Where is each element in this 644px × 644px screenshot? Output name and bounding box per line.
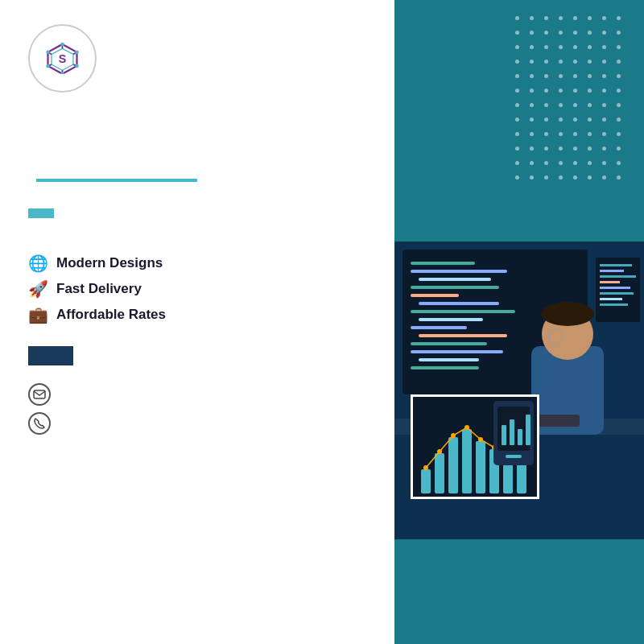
svg-rect-24 (600, 303, 628, 306)
svg-rect-12 (411, 342, 487, 345)
feature-label-1: Modern Designs (56, 255, 163, 271)
svg-rect-20 (600, 281, 620, 283)
logo-icon: S (44, 42, 80, 74)
phone-contact (28, 412, 366, 435)
svg-rect-72 (34, 390, 45, 398)
feature-label-2: Fast Delivery (56, 281, 142, 297)
feature-label-3: Affordable Rates (56, 307, 166, 323)
page-wrapper: // Generate dots const grid = document.q… (0, 0, 644, 644)
svg-text:S: S (59, 52, 67, 65)
service-badge (28, 208, 54, 218)
feature-fast-delivery: 🚀 Fast Delivery (28, 279, 366, 299)
briefcase-icon: 💼 (28, 305, 48, 324)
svg-rect-13 (411, 350, 503, 353)
svg-rect-4 (419, 278, 491, 281)
rocket-icon: 🚀 (28, 279, 48, 299)
svg-rect-52 (506, 455, 522, 458)
feature-affordable-rates: 💼 Affordable Rates (28, 305, 366, 324)
email-icon (28, 383, 51, 406)
svg-point-68 (75, 64, 79, 68)
svg-rect-19 (600, 275, 636, 278)
headline (28, 117, 366, 200)
svg-point-70 (46, 64, 50, 68)
svg-rect-18 (600, 270, 624, 272)
svg-rect-22 (600, 292, 634, 295)
main-content: S 🌐 (0, 0, 394, 644)
svg-rect-55 (518, 429, 522, 445)
svg-rect-2 (411, 262, 475, 265)
svg-rect-54 (510, 419, 514, 445)
contact-us-button[interactable] (28, 346, 73, 365)
svg-rect-53 (502, 425, 506, 445)
svg-rect-34 (421, 469, 431, 493)
features-list: 🌐 Modern Designs 🚀 Fast Delivery 💼 Affor… (28, 254, 366, 324)
svg-point-67 (75, 50, 79, 54)
svg-rect-21 (600, 287, 630, 289)
svg-rect-23 (600, 298, 622, 300)
feature-modern-designs: 🌐 Modern Designs (28, 254, 366, 273)
svg-rect-14 (419, 358, 479, 361)
svg-rect-35 (435, 453, 444, 493)
svg-rect-9 (419, 318, 483, 321)
svg-rect-7 (419, 302, 499, 305)
svg-rect-56 (526, 415, 530, 445)
svg-rect-6 (411, 294, 459, 297)
svg-rect-3 (411, 270, 507, 273)
phone-icon (28, 412, 51, 435)
svg-point-71 (46, 50, 50, 54)
svg-rect-38 (476, 441, 485, 493)
images-container (394, 0, 644, 644)
svg-rect-15 (411, 366, 479, 369)
svg-rect-8 (411, 310, 515, 313)
svg-rect-5 (411, 286, 499, 289)
logo: S (28, 24, 97, 93)
headline-underline (36, 179, 197, 182)
header: S (28, 24, 366, 93)
contact-info (28, 383, 366, 435)
email-contact (28, 383, 366, 406)
globe-icon: 🌐 (28, 254, 48, 273)
svg-rect-10 (411, 326, 467, 329)
svg-rect-16 (596, 258, 640, 322)
svg-rect-11 (419, 334, 507, 337)
svg-rect-37 (462, 429, 472, 493)
svg-point-66 (60, 42, 64, 46)
svg-point-28 (541, 302, 594, 326)
svg-rect-17 (600, 264, 632, 266)
svg-rect-36 (448, 437, 458, 493)
analytics-image (411, 394, 539, 499)
